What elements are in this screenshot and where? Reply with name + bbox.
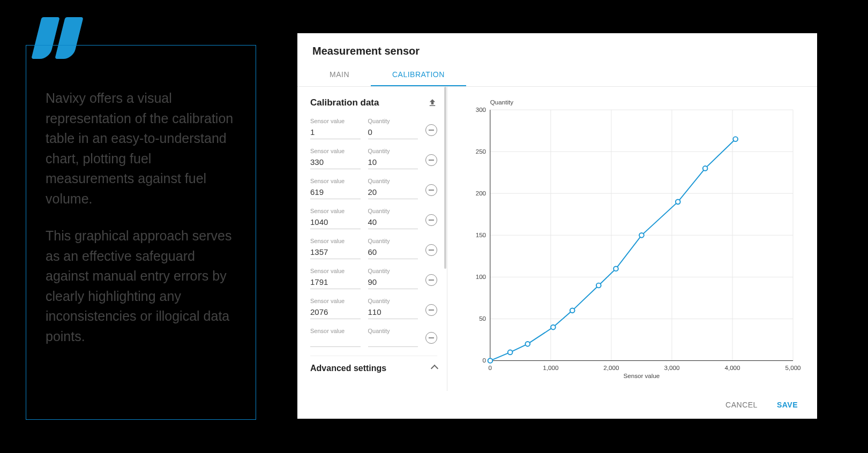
delete-row-icon[interactable] [425, 124, 437, 136]
quantity-input[interactable]: 110 [368, 305, 418, 319]
quantity-input[interactable]: 60 [368, 245, 418, 259]
quantity-field[interactable]: Quantity0 [368, 118, 418, 139]
quantity-field[interactable]: Quantity110 [368, 298, 418, 319]
advanced-settings-toggle[interactable]: Advanced settings [310, 356, 437, 373]
quantity-field[interactable]: Quantity20 [368, 178, 418, 199]
quantity-input[interactable]: 20 [368, 185, 418, 199]
sensor-value-input[interactable]: 619 [310, 185, 361, 199]
sensor-value-input[interactable]: 1040 [310, 215, 361, 229]
svg-point-34 [570, 308, 575, 313]
sensor-value-label: Sensor value [310, 178, 361, 184]
svg-point-38 [676, 200, 680, 205]
sensor-value-field[interactable]: Sensor value2076 [310, 298, 361, 319]
sensor-value-field[interactable]: Sensor value1791 [310, 268, 361, 289]
quantity-label: Quantity [368, 298, 418, 304]
calibration-row: Sensor value330Quantity10 [310, 148, 437, 169]
quantity-input[interactable] [368, 335, 418, 347]
sensor-value-input[interactable]: 1 [310, 125, 361, 139]
svg-point-37 [639, 233, 644, 238]
sensor-value-field[interactable]: Sensor value619 [310, 178, 361, 199]
quantity-label: Quantity [368, 328, 418, 334]
sensor-value-input[interactable]: 330 [310, 155, 361, 169]
delete-row-icon[interactable] [425, 154, 437, 166]
sensor-value-input[interactable]: 1357 [310, 245, 361, 259]
measurement-sensor-dialog: Measurement sensor MAIN CALIBRATION Cali… [297, 33, 817, 419]
quantity-field[interactable]: Quantity [368, 328, 418, 347]
sensor-value-label: Sensor value [310, 268, 361, 274]
save-button[interactable]: SAVE [777, 401, 798, 409]
svg-text:5,000: 5,000 [785, 364, 801, 371]
calibration-row: Sensor value1Quantity0 [310, 118, 437, 139]
quote-block: Navixy offers a visual representation of… [26, 45, 256, 420]
quantity-field[interactable]: Quantity60 [368, 238, 418, 259]
svg-point-35 [596, 283, 601, 288]
delete-row-icon[interactable] [425, 304, 437, 316]
svg-point-36 [613, 266, 618, 271]
quantity-input[interactable]: 90 [368, 275, 418, 289]
tab-calibration[interactable]: CALIBRATION [371, 63, 466, 86]
quantity-label: Quantity [368, 268, 418, 274]
svg-text:1,000: 1,000 [543, 364, 558, 371]
dialog-title: Measurement sensor [297, 33, 817, 63]
svg-point-39 [703, 166, 708, 171]
delete-row-icon[interactable] [425, 244, 437, 256]
calibration-row: Sensor value1357Quantity60 [310, 238, 437, 259]
sensor-value-field[interactable]: Sensor value1357 [310, 238, 361, 259]
svg-point-32 [525, 342, 530, 346]
sensor-value-field[interactable]: Sensor value1040 [310, 208, 361, 229]
svg-point-40 [733, 137, 738, 141]
scrollbar[interactable] [444, 87, 446, 269]
sensor-value-label: Sensor value [310, 118, 361, 124]
tabs: MAIN CALIBRATION [297, 63, 817, 87]
calibration-chart: Quantity05010015020025030001,0002,0003,0… [447, 87, 817, 391]
svg-point-33 [551, 325, 556, 330]
svg-text:200: 200 [476, 190, 486, 197]
delete-row-icon[interactable] [425, 274, 437, 286]
sensor-value-field[interactable]: Sensor value330 [310, 148, 361, 169]
calibration-row: Sensor value619Quantity20 [310, 178, 437, 199]
quantity-field[interactable]: Quantity40 [368, 208, 418, 229]
quantity-label: Quantity [368, 148, 418, 154]
sensor-value-label: Sensor value [310, 208, 361, 214]
sensor-value-label: Sensor value [310, 298, 361, 304]
calibration-panel: Calibration data Sensor value1Quantity0S… [297, 87, 447, 391]
quantity-label: Quantity [368, 208, 418, 214]
calibration-row: Sensor valueQuantity [310, 328, 437, 347]
quote-paragraph-1: Navixy offers a visual representation of… [46, 88, 236, 209]
quantity-label: Quantity [368, 238, 418, 244]
sensor-value-input[interactable]: 1791 [310, 275, 361, 289]
tab-main[interactable]: MAIN [308, 63, 371, 86]
svg-text:0: 0 [489, 364, 492, 371]
quantity-input[interactable]: 0 [368, 125, 418, 139]
sensor-value-input[interactable] [310, 335, 361, 347]
quantity-field[interactable]: Quantity10 [368, 148, 418, 169]
quantity-field[interactable]: Quantity90 [368, 268, 418, 289]
upload-icon[interactable] [428, 98, 437, 108]
quantity-label: Quantity [368, 178, 418, 184]
sensor-value-label: Sensor value [310, 238, 361, 244]
sensor-value-field[interactable]: Sensor value [310, 328, 361, 347]
quote-text: Navixy offers a visual representation of… [46, 88, 236, 346]
svg-point-31 [508, 350, 513, 355]
sensor-value-label: Sensor value [310, 148, 361, 154]
sensor-value-input[interactable]: 2076 [310, 305, 361, 319]
svg-text:50: 50 [479, 315, 486, 322]
delete-row-icon[interactable] [425, 332, 437, 344]
svg-text:2,000: 2,000 [603, 364, 619, 371]
sensor-value-field[interactable]: Sensor value1 [310, 118, 361, 139]
delete-row-icon[interactable] [425, 184, 437, 196]
quantity-input[interactable]: 10 [368, 155, 418, 169]
svg-text:Quantity: Quantity [490, 99, 513, 105]
chart-svg: Quantity05010015020025030001,0002,0003,0… [457, 95, 807, 386]
svg-text:0: 0 [483, 357, 486, 364]
svg-text:4,000: 4,000 [724, 364, 740, 371]
cancel-button[interactable]: CANCEL [725, 401, 758, 409]
advanced-settings-label: Advanced settings [310, 364, 386, 373]
delete-row-icon[interactable] [425, 214, 437, 226]
calibration-row: Sensor value1040Quantity40 [310, 208, 437, 229]
quantity-input[interactable]: 40 [368, 215, 418, 229]
quote-paragraph-2: This graphical approach serves as an eff… [46, 226, 236, 346]
dialog-footer: CANCEL SAVE [297, 391, 817, 419]
calibration-row: Sensor value1791Quantity90 [310, 268, 437, 289]
svg-text:3,000: 3,000 [664, 364, 679, 371]
